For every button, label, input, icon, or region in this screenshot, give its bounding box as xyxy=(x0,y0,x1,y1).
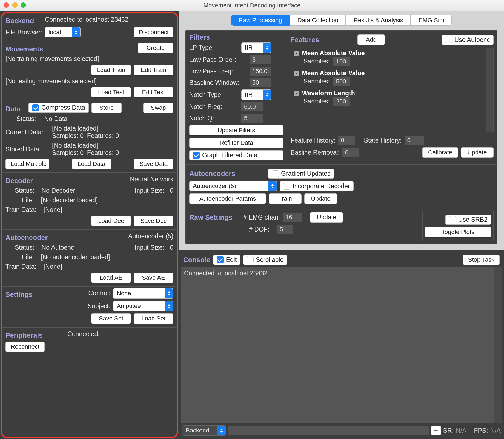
tab-raw-processing[interactable]: Raw Processing xyxy=(231,15,290,26)
features-update-button[interactable]: Update xyxy=(461,147,494,158)
sr-label: SR: xyxy=(443,427,454,434)
close-icon[interactable] xyxy=(4,2,9,8)
scrollbar[interactable] xyxy=(486,48,493,132)
gradient-updates-checkbox[interactable]: Gradient Updates xyxy=(268,169,334,179)
edit-test-button[interactable]: Edit Test xyxy=(134,87,173,97)
add-feature-button[interactable]: Add xyxy=(357,34,385,45)
feature-item[interactable]: - Mean Absolute Value Samples: 500 xyxy=(291,68,493,88)
dof-label: # DOF: xyxy=(249,226,269,233)
lptype-select[interactable]: IIR xyxy=(241,42,271,53)
save-ae-button[interactable]: Save AE xyxy=(134,273,173,283)
notchfreq-label: Notch Freq: xyxy=(189,103,239,111)
console-title: Console xyxy=(183,256,210,264)
data-status-label: Status: xyxy=(16,115,36,123)
load-ae-button[interactable]: Load AE xyxy=(91,273,131,283)
console-scrollable-checkbox[interactable]: Scrollable xyxy=(243,255,287,265)
raw-update-button[interactable]: Update xyxy=(310,212,343,223)
lporder-field[interactable]: 8 xyxy=(250,55,271,64)
fps-value: N/A xyxy=(490,427,501,434)
sr-value: N/A xyxy=(456,427,466,434)
baseline-removal-label: Basline Removal: xyxy=(291,149,340,156)
fullscreen-icon[interactable] xyxy=(21,2,26,8)
feature-history-field[interactable]: 0 xyxy=(338,136,355,145)
reconnect-button[interactable]: Reconnect xyxy=(5,342,45,352)
console-input[interactable] xyxy=(228,426,429,435)
tab-results-analysis[interactable]: Results & Analysis xyxy=(346,15,411,26)
feature-item[interactable]: - Waveform Length Samples: 250 xyxy=(291,88,493,108)
backend-title: Backend xyxy=(5,14,34,25)
save-data-button[interactable]: Save Data xyxy=(134,159,173,169)
notchq-field[interactable]: 5 xyxy=(241,114,263,123)
feature-item[interactable]: - Mean Absolute Value Samples: 100 xyxy=(291,48,493,68)
minimize-icon[interactable] xyxy=(12,2,18,8)
data-title: Data xyxy=(5,102,20,113)
load-multiple-button[interactable]: Load Multiple xyxy=(5,159,49,169)
store-button[interactable]: Store xyxy=(91,103,122,113)
baseline-removal-field[interactable]: 0 xyxy=(342,148,359,157)
stored-samples: Samples: 0 xyxy=(52,149,84,156)
file-browser-select[interactable]: local xyxy=(45,27,81,37)
load-data-button[interactable]: Load Data xyxy=(72,159,111,169)
console-output[interactable]: Connected to localhost:23432 xyxy=(181,267,502,423)
refilter-data-button[interactable]: Refilter Data xyxy=(189,138,284,148)
autoencoder-update-button[interactable]: Update xyxy=(304,193,337,204)
control-select[interactable]: None xyxy=(113,288,173,299)
load-train-button[interactable]: Load Train xyxy=(91,65,131,75)
stop-task-button[interactable]: Stop Task xyxy=(463,255,500,265)
dof-field[interactable]: 5 xyxy=(277,225,293,234)
disconnect-button[interactable]: Disconnect xyxy=(134,27,173,37)
collapse-icon[interactable]: - xyxy=(294,51,299,56)
compress-data-checkbox[interactable]: Compress Data xyxy=(28,103,89,113)
graph-filtered-checkbox[interactable]: Graph Filtered Data xyxy=(189,150,284,160)
load-set-button[interactable]: Load Set xyxy=(134,313,173,324)
stored-data-label: Stored Data: xyxy=(5,146,49,153)
feature-list: - Mean Absolute Value Samples: 100 - Mea… xyxy=(291,48,494,132)
tab-emg-sim[interactable]: EMG Sim xyxy=(411,15,452,26)
feature0-samples-field[interactable]: 100 xyxy=(333,57,350,66)
create-button[interactable]: Create xyxy=(138,43,173,53)
scrollbar[interactable] xyxy=(494,267,502,423)
autoencoder-type: Autoencoder (5) xyxy=(128,233,173,240)
collapse-icon[interactable]: - xyxy=(294,71,299,76)
autoencoder-params-button[interactable]: Autoencoder Params xyxy=(189,193,266,204)
feature1-samples-field[interactable]: 500 xyxy=(333,77,350,86)
lpfreq-field[interactable]: 150.0 xyxy=(250,67,271,76)
movements-title: Movements xyxy=(5,42,43,53)
save-dec-button[interactable]: Save Dec xyxy=(134,216,173,226)
collapse-icon[interactable]: - xyxy=(294,91,299,96)
current-features: Features: 0 xyxy=(87,132,119,139)
decoder-traindata-value: [None] xyxy=(44,206,62,213)
current-data-label: Current Data: xyxy=(5,129,49,136)
use-autoenc-checkbox[interactable]: Use Autoenc xyxy=(442,35,494,45)
autoencoder-train-button[interactable]: Train xyxy=(269,193,302,204)
notchtype-select[interactable]: IIR xyxy=(241,89,271,100)
state-history-field[interactable]: 0 xyxy=(405,136,424,145)
calibrate-button[interactable]: Calibrate xyxy=(422,147,458,158)
notchfreq-field[interactable]: 60.0 xyxy=(241,102,263,111)
autoenc-file-label: File: xyxy=(22,253,34,261)
left-panel: Backend Connected to localhost:23432 Fil… xyxy=(1,12,178,438)
update-filters-button[interactable]: Update Filters xyxy=(189,125,284,135)
console-add-button[interactable]: + xyxy=(431,426,441,435)
incorporate-decoder-checkbox[interactable]: Incorporate Decoder xyxy=(280,181,354,191)
edit-train-button[interactable]: Edit Train xyxy=(134,65,173,75)
console-source-select[interactable]: Backend xyxy=(182,425,226,436)
load-test-button[interactable]: Load Test xyxy=(91,87,131,97)
subject-select[interactable]: Amputee xyxy=(113,301,173,311)
autoencoder-select[interactable]: Autoencoder (5) xyxy=(189,181,277,191)
peripherals-title: Peripherals xyxy=(5,329,43,339)
toggle-plots-button[interactable]: Toggle Plots xyxy=(425,227,491,237)
load-dec-button[interactable]: Load Dec xyxy=(91,216,131,226)
autoenc-status-label: Status: xyxy=(15,244,35,251)
feature2-samples-field[interactable]: 250 xyxy=(333,97,350,106)
settings-title: Settings xyxy=(5,288,33,299)
current-samples: Samples: 0 xyxy=(52,132,84,139)
use-srb2-checkbox[interactable]: Use SRB2 xyxy=(445,215,491,225)
save-set-button[interactable]: Save Set xyxy=(91,313,131,324)
baseline-field[interactable]: 50 xyxy=(250,78,271,87)
tab-data-collection[interactable]: Data Collection xyxy=(290,15,346,26)
console-edit-checkbox[interactable]: Edit xyxy=(213,255,240,265)
emg-chan-field[interactable]: 16 xyxy=(283,213,302,222)
decoder-inputsize-value: 0 xyxy=(170,187,173,194)
swap-button[interactable]: Swap xyxy=(143,103,173,113)
